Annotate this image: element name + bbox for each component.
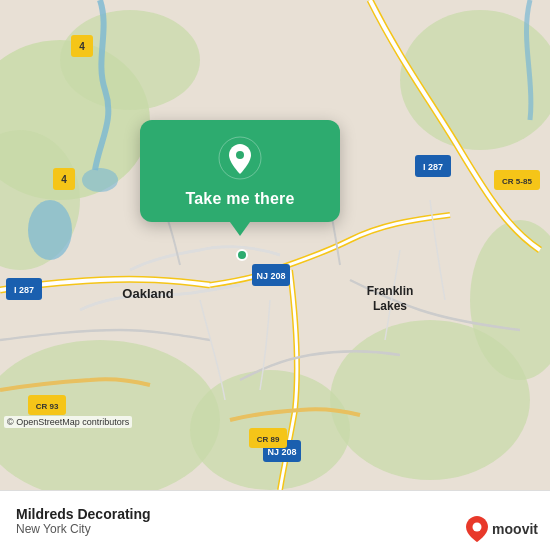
svg-text:NJ 208: NJ 208 — [267, 447, 296, 457]
popup-card: Take me there — [140, 120, 340, 222]
moovit-logo: moovit — [466, 516, 538, 542]
svg-point-34 — [236, 151, 244, 159]
place-name: Mildreds Decorating — [16, 506, 151, 522]
svg-text:I 287: I 287 — [14, 285, 34, 295]
map-container: I 287 I 287 NJ 208 NJ 208 4 4 CR 5-85 CR… — [0, 0, 550, 490]
svg-text:Lakes: Lakes — [373, 299, 407, 313]
svg-text:NJ 208: NJ 208 — [256, 271, 285, 281]
place-city: New York City — [16, 522, 151, 536]
take-me-there-button[interactable]: Take me there — [185, 190, 294, 208]
bottom-bar: Mildreds Decorating New York City moovit — [0, 490, 550, 550]
svg-text:Franklin: Franklin — [367, 284, 414, 298]
svg-point-32 — [237, 250, 247, 260]
svg-text:CR 5-85: CR 5-85 — [502, 177, 532, 186]
svg-point-35 — [473, 523, 482, 532]
svg-point-3 — [60, 10, 200, 110]
moovit-brand-text: moovit — [492, 521, 538, 537]
svg-point-9 — [28, 200, 72, 260]
moovit-pin-icon — [466, 516, 488, 542]
svg-point-10 — [82, 168, 118, 192]
svg-text:CR 89: CR 89 — [257, 435, 280, 444]
svg-text:CR 93: CR 93 — [36, 402, 59, 411]
svg-text:4: 4 — [79, 41, 85, 52]
svg-text:Oakland: Oakland — [122, 286, 173, 301]
map-attribution: © OpenStreetMap contributors — [4, 416, 132, 428]
place-info: Mildreds Decorating New York City — [16, 506, 151, 536]
svg-text:I 287: I 287 — [423, 162, 443, 172]
svg-text:4: 4 — [61, 174, 67, 185]
location-pin-icon — [218, 136, 262, 180]
